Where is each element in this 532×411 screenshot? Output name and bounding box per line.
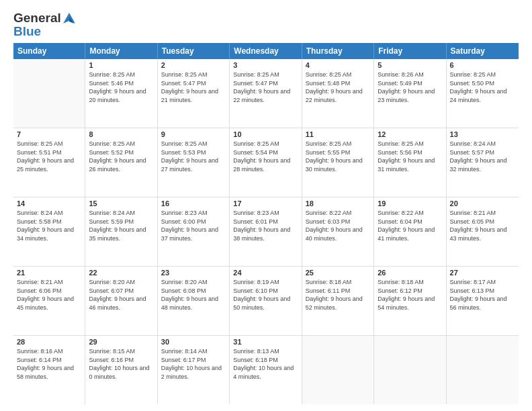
day-number: 2 — [161, 61, 226, 69]
day-info: Sunrise: 8:23 AM Sunset: 6:00 PM Dayligh… — [161, 209, 226, 242]
day-info: Sunrise: 8:24 AM Sunset: 5:58 PM Dayligh… — [17, 209, 81, 242]
day-number: 21 — [17, 269, 81, 277]
day-info: Sunrise: 8:20 AM Sunset: 6:08 PM Dayligh… — [161, 278, 226, 312]
day-info: Sunrise: 8:16 AM Sunset: 6:14 PM Dayligh… — [17, 347, 81, 381]
day-info: Sunrise: 8:19 AM Sunset: 6:10 PM Dayligh… — [233, 278, 298, 312]
weekday-header-saturday: Saturday — [447, 43, 519, 59]
day-cell-11: 11Sunrise: 8:25 AM Sunset: 5:55 PM Dayli… — [302, 128, 374, 197]
day-number: 14 — [17, 199, 81, 208]
weekday-header-thursday: Thursday — [302, 43, 374, 59]
day-cell-5: 5Sunrise: 8:26 AM Sunset: 5:49 PM Daylig… — [374, 59, 446, 128]
calendar-row-1: 1Sunrise: 8:25 AM Sunset: 5:46 PM Daylig… — [13, 59, 519, 128]
day-cell-24: 24Sunrise: 8:19 AM Sunset: 6:10 PM Dayli… — [230, 267, 302, 335]
empty-cell — [447, 336, 519, 404]
day-number: 8 — [89, 130, 153, 138]
day-cell-2: 2Sunrise: 8:25 AM Sunset: 5:47 PM Daylig… — [158, 59, 230, 128]
day-number: 31 — [233, 338, 298, 346]
day-number: 22 — [89, 269, 153, 277]
weekday-header-sunday: Sunday — [13, 43, 85, 59]
day-cell-12: 12Sunrise: 8:25 AM Sunset: 5:56 PM Dayli… — [374, 128, 446, 197]
day-cell-27: 27Sunrise: 8:17 AM Sunset: 6:13 PM Dayli… — [447, 267, 519, 335]
day-cell-13: 13Sunrise: 8:24 AM Sunset: 5:57 PM Dayli… — [447, 128, 519, 197]
day-cell-21: 21Sunrise: 8:21 AM Sunset: 6:06 PM Dayli… — [13, 267, 85, 335]
empty-cell — [374, 336, 446, 404]
day-cell-23: 23Sunrise: 8:20 AM Sunset: 6:08 PM Dayli… — [158, 267, 230, 335]
day-info: Sunrise: 8:25 AM Sunset: 5:47 PM Dayligh… — [233, 71, 298, 104]
calendar-row-5: 28Sunrise: 8:16 AM Sunset: 6:14 PM Dayli… — [13, 336, 519, 404]
day-cell-7: 7Sunrise: 8:25 AM Sunset: 5:51 PM Daylig… — [13, 128, 85, 197]
day-number: 25 — [306, 269, 370, 277]
day-cell-29: 29Sunrise: 8:15 AM Sunset: 6:16 PM Dayli… — [85, 336, 157, 404]
logo-bird-icon — [62, 11, 77, 25]
day-cell-31: 31Sunrise: 8:13 AM Sunset: 6:18 PM Dayli… — [230, 336, 302, 404]
day-cell-9: 9Sunrise: 8:25 AM Sunset: 5:53 PM Daylig… — [158, 128, 230, 197]
day-number: 11 — [306, 130, 370, 138]
day-number: 6 — [450, 61, 515, 69]
day-cell-22: 22Sunrise: 8:20 AM Sunset: 6:07 PM Dayli… — [85, 267, 157, 335]
day-info: Sunrise: 8:25 AM Sunset: 5:56 PM Dayligh… — [378, 140, 442, 173]
day-info: Sunrise: 8:25 AM Sunset: 5:52 PM Dayligh… — [89, 140, 153, 173]
day-info: Sunrise: 8:17 AM Sunset: 6:13 PM Dayligh… — [450, 278, 515, 312]
calendar-row-2: 7Sunrise: 8:25 AM Sunset: 5:51 PM Daylig… — [13, 128, 519, 197]
day-number: 15 — [89, 199, 153, 208]
day-info: Sunrise: 8:21 AM Sunset: 6:06 PM Dayligh… — [17, 278, 81, 312]
day-number: 9 — [161, 130, 226, 138]
day-info: Sunrise: 8:25 AM Sunset: 5:50 PM Dayligh… — [450, 71, 515, 104]
day-info: Sunrise: 8:25 AM Sunset: 5:47 PM Dayligh… — [161, 71, 226, 104]
calendar-row-3: 14Sunrise: 8:24 AM Sunset: 5:58 PM Dayli… — [13, 197, 519, 267]
calendar-header: SundayMondayTuesdayWednesdayThursdayFrid… — [13, 43, 519, 59]
day-info: Sunrise: 8:18 AM Sunset: 6:11 PM Dayligh… — [306, 278, 370, 312]
day-number: 29 — [89, 338, 153, 346]
day-info: Sunrise: 8:21 AM Sunset: 6:05 PM Dayligh… — [450, 209, 515, 242]
day-info: Sunrise: 8:22 AM Sunset: 6:03 PM Dayligh… — [306, 209, 370, 242]
day-number: 12 — [378, 130, 442, 138]
day-cell-19: 19Sunrise: 8:22 AM Sunset: 6:04 PM Dayli… — [374, 197, 446, 266]
day-info: Sunrise: 8:25 AM Sunset: 5:54 PM Dayligh… — [233, 140, 298, 173]
logo: General Blue — [13, 11, 77, 39]
day-cell-10: 10Sunrise: 8:25 AM Sunset: 5:54 PM Dayli… — [230, 128, 302, 197]
logo-blue-text: Blue — [13, 24, 41, 39]
day-number: 26 — [378, 269, 442, 277]
weekday-header-friday: Friday — [374, 43, 446, 59]
day-info: Sunrise: 8:14 AM Sunset: 6:17 PM Dayligh… — [161, 347, 226, 381]
day-info: Sunrise: 8:26 AM Sunset: 5:49 PM Dayligh… — [378, 71, 442, 104]
empty-cell — [302, 336, 374, 404]
day-info: Sunrise: 8:25 AM Sunset: 5:51 PM Dayligh… — [17, 140, 81, 173]
day-info: Sunrise: 8:25 AM Sunset: 5:55 PM Dayligh… — [306, 140, 370, 173]
day-number: 4 — [306, 61, 370, 69]
day-info: Sunrise: 8:24 AM Sunset: 5:57 PM Dayligh… — [450, 140, 515, 173]
day-cell-6: 6Sunrise: 8:25 AM Sunset: 5:50 PM Daylig… — [447, 59, 519, 128]
day-cell-15: 15Sunrise: 8:24 AM Sunset: 5:59 PM Dayli… — [85, 197, 157, 266]
day-number: 16 — [161, 199, 226, 208]
day-info: Sunrise: 8:13 AM Sunset: 6:18 PM Dayligh… — [233, 347, 298, 381]
header: General Blue — [13, 11, 519, 39]
day-number: 10 — [233, 130, 298, 138]
day-info: Sunrise: 8:23 AM Sunset: 6:01 PM Dayligh… — [233, 209, 298, 242]
day-cell-30: 30Sunrise: 8:14 AM Sunset: 6:17 PM Dayli… — [158, 336, 230, 404]
day-number: 27 — [450, 269, 515, 277]
day-number: 1 — [89, 61, 153, 69]
day-number: 18 — [306, 199, 370, 208]
day-number: 28 — [17, 338, 81, 346]
day-number: 19 — [378, 199, 442, 208]
day-info: Sunrise: 8:25 AM Sunset: 5:48 PM Dayligh… — [306, 71, 370, 104]
day-cell-16: 16Sunrise: 8:23 AM Sunset: 6:00 PM Dayli… — [158, 197, 230, 266]
day-number: 24 — [233, 269, 298, 277]
day-cell-8: 8Sunrise: 8:25 AM Sunset: 5:52 PM Daylig… — [85, 128, 157, 197]
day-cell-4: 4Sunrise: 8:25 AM Sunset: 5:48 PM Daylig… — [302, 59, 374, 128]
day-info: Sunrise: 8:15 AM Sunset: 6:16 PM Dayligh… — [89, 347, 153, 381]
day-cell-1: 1Sunrise: 8:25 AM Sunset: 5:46 PM Daylig… — [85, 59, 157, 128]
weekday-header-tuesday: Tuesday — [158, 43, 230, 59]
day-number: 23 — [161, 269, 226, 277]
day-number: 5 — [378, 61, 442, 69]
day-cell-14: 14Sunrise: 8:24 AM Sunset: 5:58 PM Dayli… — [13, 197, 85, 266]
calendar-row-4: 21Sunrise: 8:21 AM Sunset: 6:06 PM Dayli… — [13, 267, 519, 336]
page: General Blue SundayMondayTuesdayWednesda… — [0, 0, 532, 411]
weekday-header-monday: Monday — [85, 43, 157, 59]
day-cell-17: 17Sunrise: 8:23 AM Sunset: 6:01 PM Dayli… — [230, 197, 302, 266]
day-cell-20: 20Sunrise: 8:21 AM Sunset: 6:05 PM Dayli… — [447, 197, 519, 266]
day-cell-28: 28Sunrise: 8:16 AM Sunset: 6:14 PM Dayli… — [13, 336, 85, 404]
day-cell-18: 18Sunrise: 8:22 AM Sunset: 6:03 PM Dayli… — [302, 197, 374, 266]
weekday-header-wednesday: Wednesday — [230, 43, 302, 59]
calendar: SundayMondayTuesdayWednesdayThursdayFrid… — [13, 43, 519, 404]
